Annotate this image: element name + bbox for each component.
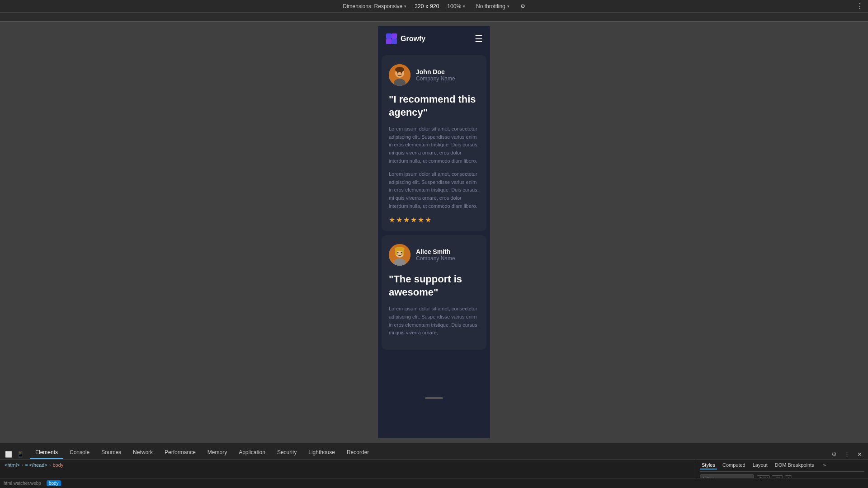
hamburger-icon[interactable]: ☰ [475, 34, 483, 43]
more-options-icon[interactable]: ⋮ [856, 2, 863, 10]
status-tag-body: body [47, 480, 61, 486]
zoom-level: 100% [447, 3, 461, 9]
settings-devtools-icon[interactable]: ⚙ [829, 449, 839, 459]
styles-tab-more[interactable]: » [821, 461, 828, 469]
svg-point-13 [397, 252, 399, 253]
close-devtools-icon[interactable]: ✕ [854, 449, 864, 459]
styles-tab-computed[interactable]: Computed [721, 461, 747, 469]
devtools-tab-bar: ⬜ 📱 Elements Console Sources Network Per… [0, 443, 868, 460]
devtools-topbar: Dimensions: Responsive ▾ 320 x 920 100% … [0, 0, 868, 13]
dimension-sep: x [425, 3, 428, 9]
device-icon[interactable]: 📱 [15, 449, 25, 459]
quote-body-1a: Lorem ipsum dolor sit amet, consectetur … [389, 125, 479, 165]
quote-body-1b: Lorem ipsum dolor sit amet, consectetur … [389, 170, 479, 210]
quote-body-2a: Lorem ipsum dolor sit amet, consectetur … [389, 305, 479, 337]
viewport-width: 320 [415, 3, 424, 9]
dimensions-label: Dimensions: Responsive [343, 3, 402, 9]
styles-tab-layout[interactable]: Layout [751, 461, 769, 469]
reviewer-2: Alice Smith Company Name [389, 244, 479, 266]
svg-rect-17 [402, 249, 404, 255]
status-file: html.watcher.webp [4, 481, 41, 486]
breadcrumb-body: body [52, 462, 63, 468]
quote-heading-2: "The support is awesome" [389, 273, 479, 299]
tab-recorder[interactable]: Recorder [341, 446, 374, 459]
tab-network[interactable]: Network [127, 446, 158, 459]
avatar-john [389, 64, 410, 86]
dimensions-chevron: ▾ [404, 4, 406, 9]
tab-memory[interactable]: Memory [202, 446, 232, 459]
toolbar-center: Dimensions: Responsive ▾ 320 x 920 100% … [340, 2, 528, 10]
toolbar-right: ⋮ [856, 2, 863, 10]
reviewer-info-2: Alice Smith Company Name [416, 248, 455, 262]
tab-performance[interactable]: Performance [159, 446, 201, 459]
svg-rect-16 [395, 249, 397, 255]
logo-icon [385, 33, 398, 45]
tab-security[interactable]: Security [272, 446, 302, 459]
ruler-bar [0, 13, 868, 22]
mobile-nav: Growfy ☰ [378, 26, 490, 52]
testimonial-card-1: John Doe Company Name "I recommend this … [382, 55, 486, 231]
tab-sources[interactable]: Sources [96, 446, 127, 459]
svg-rect-2 [386, 39, 392, 44]
john-avatar-svg [389, 64, 410, 86]
stars-1: ★★★★★★ [389, 216, 479, 224]
svg-point-7 [397, 72, 399, 74]
styles-tab-styles[interactable]: Styles [700, 461, 717, 469]
more-devtools-icon[interactable]: ⋮ [842, 449, 852, 459]
avatar-alice [389, 244, 410, 266]
viewport-height: 920 [430, 3, 439, 9]
tab-lighthouse[interactable]: Lighthouse [303, 446, 340, 459]
breadcrumb: <html> › ≈ </head> › body [5, 462, 691, 468]
svg-point-9 [395, 67, 404, 72]
quote-heading-1: "I recommend this agency" [389, 93, 479, 119]
drag-handle[interactable] [425, 397, 443, 399]
styles-tab-bar: Styles Computed Layout DOM Breakpoints » [700, 461, 864, 472]
testimonial-card-2: Alice Smith Company Name "The support is… [382, 235, 486, 350]
zoom-selector[interactable]: 100% ▾ [444, 2, 468, 10]
svg-rect-3 [392, 39, 397, 44]
inspect-icon[interactable]: ⬜ [4, 449, 14, 459]
throttling-selector[interactable]: No throttling ▾ [473, 2, 512, 10]
dimensions-selector[interactable]: Dimensions: Responsive ▾ [340, 2, 409, 10]
devtools-statusbar: html.watcher.webp body [0, 478, 868, 488]
svg-point-8 [401, 72, 402, 74]
zoom-chevron: ▾ [463, 4, 465, 9]
svg-point-14 [401, 252, 402, 253]
settings-icon[interactable]: ⚙ [518, 2, 528, 10]
breadcrumb-file: ≈ </head> [25, 462, 47, 468]
reviewer-name-1: John Doe [416, 68, 455, 75]
alice-avatar-svg [389, 244, 410, 266]
tab-elements[interactable]: Elements [30, 446, 63, 459]
tab-console[interactable]: Console [64, 446, 95, 459]
throttling-label: No throttling [476, 3, 505, 9]
breadcrumb-html: <html> [5, 462, 20, 468]
reviewer-company-2: Company Name [416, 255, 455, 262]
reviewer-1: John Doe Company Name [389, 64, 479, 86]
reviewer-info-1: John Doe Company Name [416, 68, 455, 82]
logo-area: Growfy [385, 33, 425, 45]
reviewer-company-1: Company Name [416, 75, 455, 82]
devtools-bottom-panel: ⬜ 📱 Elements Console Sources Network Per… [0, 443, 868, 488]
dimension-display: 320 x 920 [415, 3, 439, 9]
svg-rect-0 [386, 33, 392, 39]
mobile-viewport[interactable]: Growfy ☰ [378, 26, 490, 438]
throttling-chevron: ▾ [507, 4, 509, 9]
svg-rect-1 [392, 33, 397, 39]
tab-application[interactable]: Application [233, 446, 271, 459]
preview-area: Growfy ☰ [0, 22, 868, 443]
styles-tab-dom-breakpoints[interactable]: DOM Breakpoints [773, 461, 816, 469]
reviewer-name-2: Alice Smith [416, 248, 455, 255]
logo-text: Growfy [401, 35, 425, 43]
